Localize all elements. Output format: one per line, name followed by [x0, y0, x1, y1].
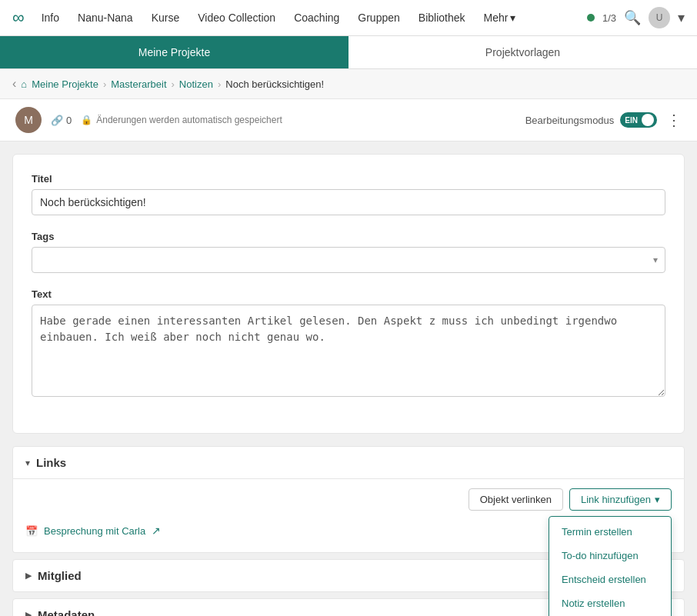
status-dot	[587, 14, 595, 22]
search-icon[interactable]: 🔍	[624, 9, 641, 26]
mitglied-title: Mitglied	[38, 569, 82, 582]
text-field: Text Habe gerade einen interessanten Art…	[32, 288, 665, 399]
breadcrumb-home-icon[interactable]: ⌂	[21, 78, 27, 90]
objekt-verlinken-button[interactable]: Objekt verlinken	[469, 488, 563, 511]
topnav-dropdown-arrow[interactable]: ▾	[678, 9, 685, 26]
link-hinzufuegen-arrow: ▾	[655, 494, 660, 505]
toggle-knob	[642, 114, 654, 126]
title-field: Titel	[32, 173, 665, 215]
toolbar-more-button[interactable]: ⋮	[666, 111, 682, 129]
breadcrumb-current: Noch berücksichtigen!	[225, 78, 324, 90]
text-label: Text	[32, 288, 665, 300]
counter-badge: 1/3	[602, 12, 616, 24]
mitglied-chevron: ▶	[25, 571, 32, 581]
form-area: Titel Tags ▾ Text Habe gerade einen inte…	[12, 154, 685, 434]
tabs-bar: Meine Projekte Projektvorlagen	[0, 36, 697, 69]
link-dropdown-menu: Termin erstellen To-do hinzufügen Entsch…	[549, 516, 672, 616]
links-section-title: Links	[36, 456, 66, 469]
dropdown-item-notiz[interactable]: Notiz erstellen	[549, 591, 671, 615]
toolbar-editmode: Bearbeitungsmodus EIN	[525, 112, 657, 128]
link-item-label[interactable]: Besprechung mit Carla	[44, 525, 145, 537]
editmode-label: Bearbeitungsmodus	[525, 115, 615, 126]
toolbar-autosave: 🔒 Änderungen werden automatisch gespeich…	[81, 115, 282, 125]
link-count-value: 0	[66, 115, 72, 126]
tags-label: Tags	[32, 231, 665, 242]
tags-select[interactable]	[32, 247, 665, 273]
breadcrumb-masterarbeit[interactable]: Masterarbeit	[111, 78, 166, 90]
dropdown-item-todo[interactable]: To-do hinzufügen	[549, 544, 671, 568]
nav-item-nanu-nana[interactable]: Nanu-Nana	[70, 8, 141, 27]
link-external-icon[interactable]: ↗	[152, 524, 161, 537]
toolbar-link-count: 🔗 0	[51, 115, 72, 126]
links-actions: Objekt verlinken Link hinzufügen ▾ Termi…	[25, 488, 672, 511]
dropdown-item-termin[interactable]: Termin erstellen	[549, 520, 671, 544]
tab-meine-projekte[interactable]: Meine Projekte	[0, 36, 348, 68]
breadcrumb-sep-3: ›	[218, 78, 221, 90]
topnav-right: 1/3 🔍 U ▾	[587, 7, 685, 28]
nav-item-kurse[interactable]: Kurse	[144, 8, 188, 27]
toggle-label: EIN	[623, 116, 639, 125]
user-avatar[interactable]: U	[649, 7, 670, 28]
top-navigation: ∞ Info Nanu-Nana Kurse Video Collection …	[0, 0, 697, 36]
title-input[interactable]	[32, 189, 665, 215]
text-textarea[interactable]: Habe gerade einen interessanten Artikel …	[32, 305, 665, 397]
breadcrumb: ‹ ⌂ Meine Projekte › Masterarbeit › Noti…	[0, 69, 697, 99]
nav-item-bibliothek[interactable]: Bibliothek	[411, 8, 473, 27]
toolbar: M 🔗 0 🔒 Änderungen werden automatisch ge…	[0, 99, 697, 142]
nav-item-mehr[interactable]: Mehr ▾	[476, 8, 524, 27]
metadaten-chevron: ▶	[25, 610, 32, 616]
mehr-dropdown-arrow: ▾	[510, 12, 515, 24]
links-section-body: Objekt verlinken Link hinzufügen ▾ Termi…	[12, 479, 685, 553]
link-icon: 🔗	[51, 115, 63, 126]
dropdown-item-entscheid[interactable]: Entscheid erstellen	[549, 568, 671, 591]
toolbar-avatar: M	[15, 107, 42, 133]
logo-icon[interactable]: ∞	[12, 8, 25, 28]
links-chevron: ▾	[25, 458, 30, 468]
breadcrumb-meine-projekte[interactable]: Meine Projekte	[32, 78, 98, 90]
link-item-icon: 📅	[25, 525, 38, 537]
links-section-header[interactable]: ▾ Links	[12, 446, 685, 479]
nav-item-gruppen[interactable]: Gruppen	[350, 8, 407, 27]
breadcrumb-sep-2: ›	[172, 78, 175, 90]
tags-select-wrapper: ▾	[32, 247, 665, 273]
nav-item-video-collection[interactable]: Video Collection	[190, 8, 283, 27]
nav-item-info[interactable]: Info	[34, 8, 67, 27]
breadcrumb-back[interactable]: ‹	[12, 77, 16, 91]
autosave-text: Änderungen werden automatisch gespeicher…	[96, 115, 282, 125]
nav-item-coaching[interactable]: Coaching	[286, 8, 347, 27]
tab-projektvorlagen[interactable]: Projektvorlagen	[348, 36, 697, 68]
link-hinzufuegen-button[interactable]: Link hinzufügen ▾	[569, 488, 672, 511]
lock-icon: 🔒	[81, 115, 92, 125]
link-hinzufuegen-wrapper: Link hinzufügen ▾ Termin erstellen To-do…	[569, 488, 672, 511]
tags-field: Tags ▾	[32, 231, 665, 273]
link-hinzufuegen-label: Link hinzufügen	[581, 494, 651, 505]
editmode-toggle[interactable]: EIN	[620, 112, 657, 128]
title-label: Titel	[32, 173, 665, 185]
metadaten-title: Metadaten	[38, 608, 95, 616]
breadcrumb-sep-1: ›	[103, 78, 106, 90]
breadcrumb-notizen[interactable]: Notizen	[179, 78, 213, 90]
